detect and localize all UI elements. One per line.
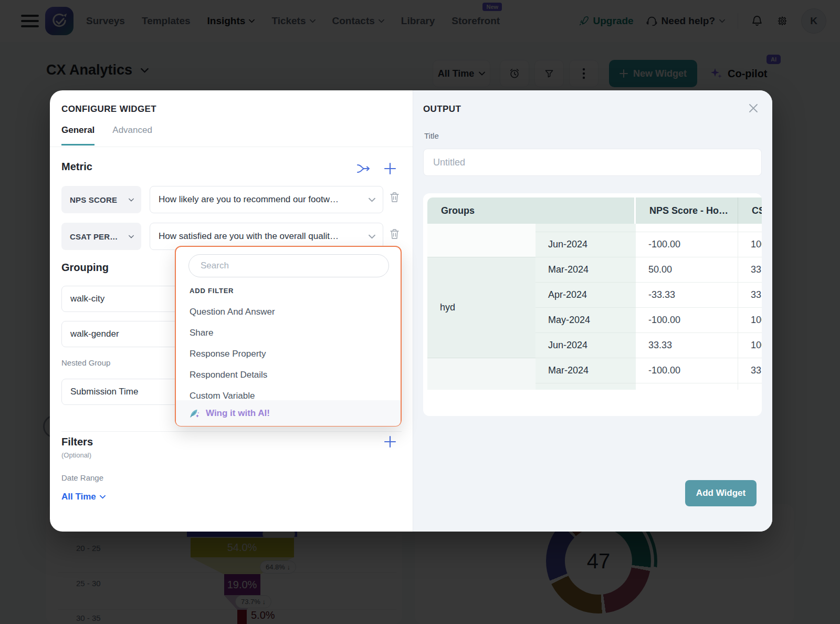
table-csat-cell: 33.33 [738,358,762,383]
chevron-down-icon [369,234,375,239]
wing-ai-label: Wing it with AI! [206,408,270,419]
table-header-csat: CSAT [738,197,762,224]
filter-option[interactable]: Question And Answer [176,301,401,323]
metric-question-dropdown[interactable]: How likely are you to recommend our foot… [150,186,383,213]
table-nps-cell: -33.33 [636,283,738,308]
table-group-cell [427,358,536,390]
output-table-card: GroupsNPS Score - Ho…CSAThydJun-2024-100… [423,193,762,416]
table-csat-cell: 100.00 [738,333,762,358]
add-filter-header: ADD FILTER [190,287,234,295]
tab-advanced[interactable]: Advanced [112,125,152,145]
table-nps-cell: 33.33 [636,333,738,358]
add-filter-icon[interactable] [384,435,396,448]
tab-general[interactable]: General [61,125,94,145]
filter-options-list: Question And AnswerShareResponse Propert… [176,301,401,407]
metric-type-dropdown[interactable]: NPS SCORE [61,186,141,213]
table-header-groups: Groups [427,197,636,224]
metric-type-dropdown[interactable]: CSAT PER… [61,223,141,250]
table-month-cell: Apr-2024 [536,283,636,308]
table-month-cell: Jun-2024 [536,232,636,257]
chevron-down-icon [129,198,134,202]
table-nps-cell: -100.00 [636,232,738,257]
delete-metric-icon[interactable] [390,192,399,203]
add-widget-button[interactable]: Add Widget [685,480,757,506]
delete-metric-icon[interactable] [390,229,399,240]
grouping-section-label: Grouping [61,262,109,274]
table-month-cell: Jun-2024 [536,333,636,358]
table-csat-cell: 33.33 [738,257,762,283]
filter-option[interactable]: Respondent Details [176,365,401,386]
table-nps-cell [636,224,738,232]
table-group-cell: hyd [427,257,536,358]
table-csat-cell [738,383,762,390]
merge-metrics-icon[interactable] [356,163,371,174]
nested-group-label: Nested Group [61,358,110,367]
filter-option[interactable]: Share [176,323,401,344]
feather-ai-icon [188,408,200,419]
optional-label: (Optional) [61,451,91,459]
wing-it-with-ai-button[interactable]: Wing it with AI! [176,400,401,426]
add-filter-popup: ADD FILTER Question And AnswerShareRespo… [175,246,402,427]
table-csat-cell [738,224,762,232]
table-nps-cell: 50.00 [636,257,738,283]
table-group-cell [427,224,536,257]
table-month-cell: Mar-2024 [536,257,636,283]
configure-widget-modal: CONFIGURE WIDGET General Advanced Metric… [50,90,772,532]
table-csat-cell: 33.33 [738,283,762,308]
output-table: GroupsNPS Score - Ho…CSAThydJun-2024-100… [427,197,762,390]
table-month-cell: Mar-2024 [536,358,636,383]
table-csat-cell: 100.00 [738,308,762,333]
table-csat-cell: 100.00 [738,232,762,257]
output-title: OUTPUT [423,104,461,115]
search-input[interactable] [188,254,389,277]
metric-section-label: Metric [61,161,92,173]
table-header-nps: NPS Score - Ho… [636,197,738,224]
widget-title-input[interactable] [423,149,762,176]
table-month-cell: May-2024 [536,308,636,333]
table-nps-cell: -100.00 [636,358,738,383]
modal-title: CONFIGURE WIDGET [61,104,156,115]
widget-title-label: Title [424,131,439,140]
filters-section-label: Filters [61,436,93,448]
chevron-down-icon [100,495,106,499]
add-metric-icon[interactable] [384,162,396,175]
filter-option[interactable]: Response Property [176,344,401,365]
table-month-cell [536,224,636,232]
close-icon[interactable] [746,101,761,116]
date-range-value-dropdown[interactable]: All Time [61,492,106,502]
table-nps-cell: -100.00 [636,308,738,333]
chevron-down-icon [369,197,375,202]
date-range-label: Date Range [61,473,103,482]
table-month-cell [536,383,636,390]
chevron-down-icon [129,235,134,238]
config-tabs: General Advanced [61,125,152,145]
table-nps-cell [636,383,738,390]
